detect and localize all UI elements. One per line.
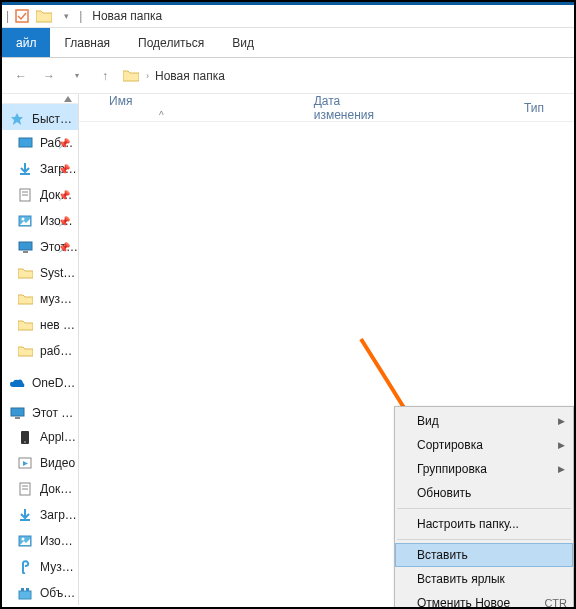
item-icon xyxy=(16,134,34,152)
sidebar-quick-access[interactable]: Быстрый доступ xyxy=(2,104,78,130)
sidebar-item[interactable]: Загрузки xyxy=(2,502,78,528)
separator: | xyxy=(79,9,82,23)
separator xyxy=(397,508,571,509)
svg-rect-9 xyxy=(11,408,24,416)
tab-share[interactable]: Поделиться xyxy=(124,28,218,57)
nav-up-icon[interactable]: ↑ xyxy=(94,65,116,87)
item-icon xyxy=(16,584,34,602)
sidebar: Быстрый доступ Рабочий сто.📌Загрузки📌Док… xyxy=(2,94,79,605)
item-label: Видео xyxy=(40,456,75,470)
sidebar-item[interactable]: Изображени📌 xyxy=(2,208,78,234)
pin-icon: 📌 xyxy=(58,138,70,149)
breadcrumb[interactable]: › Новая папка xyxy=(122,67,225,85)
ctx-view[interactable]: Вид▶ xyxy=(395,409,573,433)
sidebar-item[interactable]: System32 xyxy=(2,260,78,286)
sidebar-this-pc[interactable]: Этот компьютер xyxy=(2,398,78,424)
sidebar-collapse-icon[interactable] xyxy=(2,94,78,104)
pin-icon: 📌 xyxy=(58,242,70,253)
svg-rect-1 xyxy=(19,138,32,147)
col-type[interactable]: Тип xyxy=(524,101,574,115)
svg-rect-7 xyxy=(19,242,32,250)
cloud-icon xyxy=(8,374,26,392)
window-title: Новая папка xyxy=(92,9,162,23)
content-area[interactable]: Имя ^ Дата изменения Тип Вид▶ Сортировка… xyxy=(79,94,574,605)
svg-rect-0 xyxy=(16,10,28,22)
svg-rect-20 xyxy=(21,588,24,591)
main-area: Быстрый доступ Рабочий сто.📌Загрузки📌Док… xyxy=(2,94,574,605)
item-icon xyxy=(16,454,34,472)
item-icon xyxy=(16,186,34,204)
sidebar-item[interactable]: Объемные об xyxy=(2,580,78,605)
ctx-paste[interactable]: Вставить xyxy=(395,543,573,567)
svg-rect-8 xyxy=(23,251,28,253)
pin-icon: 📌 xyxy=(58,164,70,175)
item-label: Apple iPhone xyxy=(40,430,78,444)
titlebar: | ▾ | Новая папка xyxy=(2,2,574,28)
col-date[interactable]: Дата изменения xyxy=(314,94,404,122)
ctx-group[interactable]: Группировка▶ xyxy=(395,457,573,481)
item-icon xyxy=(16,342,34,360)
item-icon xyxy=(16,238,34,256)
svg-point-6 xyxy=(22,218,25,221)
shortcut-label: CTR xyxy=(544,597,567,609)
address-bar: ← → ▾ ↑ › Новая папка xyxy=(2,58,574,94)
sidebar-onedrive[interactable]: OneDrive xyxy=(2,368,78,394)
sidebar-item[interactable]: Загрузки📌 xyxy=(2,156,78,182)
nav-forward-icon[interactable]: → xyxy=(38,65,60,87)
sidebar-item[interactable]: Музыка xyxy=(2,554,78,580)
sidebar-item[interactable]: Apple iPhone xyxy=(2,424,78,450)
sidebar-label: Быстрый доступ xyxy=(32,112,78,126)
nav-history-icon[interactable]: ▾ xyxy=(66,65,88,87)
ctx-undo[interactable]: Отменить НовоеCTR xyxy=(395,591,573,609)
sidebar-item[interactable]: Рабочий сто.📌 xyxy=(2,130,78,156)
ctx-customize[interactable]: Настроить папку... xyxy=(395,512,573,536)
tab-home[interactable]: Главная xyxy=(50,28,124,57)
sidebar-item[interactable]: Документы📌 xyxy=(2,182,78,208)
item-icon xyxy=(16,160,34,178)
item-icon xyxy=(16,480,34,498)
checkbox-icon[interactable] xyxy=(13,7,31,25)
separator xyxy=(397,539,571,540)
ctx-refresh[interactable]: Обновить xyxy=(395,481,573,505)
ribbon: айл Главная Поделиться Вид xyxy=(2,28,574,58)
sidebar-item[interactable]: Изображени xyxy=(2,528,78,554)
sort-indicator-icon: ^ xyxy=(159,110,164,121)
star-icon xyxy=(8,110,26,128)
item-label: Объемные об xyxy=(40,586,78,600)
column-headers: Имя ^ Дата изменения Тип xyxy=(79,94,574,122)
item-icon xyxy=(16,428,34,446)
svg-rect-10 xyxy=(15,417,20,419)
sidebar-label: OneDrive xyxy=(32,376,78,390)
item-label: рабочая xyxy=(40,344,78,358)
folder-icon xyxy=(35,7,53,25)
sidebar-item[interactable]: рабочая xyxy=(2,338,78,364)
chevron-right-icon: ▶ xyxy=(558,440,565,450)
dropdown-icon[interactable]: ▾ xyxy=(57,7,75,25)
pin-icon: 📌 xyxy=(58,190,70,201)
pin-icon: 📌 xyxy=(58,216,70,227)
ctx-sort[interactable]: Сортировка▶ xyxy=(395,433,573,457)
item-label: Загрузки xyxy=(40,508,78,522)
item-label: нев пароли xyxy=(40,318,78,332)
item-icon xyxy=(16,212,34,230)
folder-icon xyxy=(122,67,140,85)
ctx-paste-shortcut[interactable]: Вставить ярлык xyxy=(395,567,573,591)
sidebar-item[interactable]: Этот компью📌 xyxy=(2,234,78,260)
sidebar-item[interactable]: Видео xyxy=(2,450,78,476)
tab-view[interactable]: Вид xyxy=(218,28,268,57)
item-icon xyxy=(16,316,34,334)
item-label: Музыка xyxy=(40,560,78,574)
tab-file[interactable]: айл xyxy=(2,28,50,57)
item-label: System32 xyxy=(40,266,78,280)
col-name[interactable]: Имя ^ xyxy=(109,94,194,122)
nav-back-icon[interactable]: ← xyxy=(10,65,32,87)
sidebar-item[interactable]: Документы xyxy=(2,476,78,502)
sys-menu-icon: | xyxy=(6,9,9,23)
sidebar-item[interactable]: музыка xyxy=(2,286,78,312)
sidebar-item[interactable]: нев пароли xyxy=(2,312,78,338)
svg-rect-19 xyxy=(19,591,31,599)
svg-point-12 xyxy=(24,441,26,443)
item-label: Документы xyxy=(40,482,78,496)
crumb-label[interactable]: Новая папка xyxy=(155,69,225,83)
chevron-right-icon: ▶ xyxy=(558,464,565,474)
